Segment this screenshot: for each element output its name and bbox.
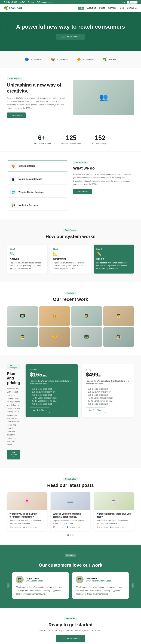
blog-author-3: 👤 By John Smith	[110, 526, 124, 528]
hero-cta-button[interactable]: Let's Talk Business >	[56, 34, 85, 40]
nav-contact[interactable]: Contact Us	[127, 7, 138, 10]
portfolio-item-6[interactable]: 🤝	[39, 327, 70, 347]
pricing-yearly-button[interactable]: Get This Plan >	[86, 408, 106, 413]
blog-dot-1[interactable]	[67, 534, 69, 536]
portfolio-title: Our recent work	[7, 297, 134, 302]
hero-title: A powerful new way to reach consumers	[16, 23, 125, 30]
author-info-1: Paige Turner UX/UI Graphic Design	[26, 577, 43, 582]
step-title-1: Analysis	[10, 258, 45, 260]
author-avatar-1: 👩	[16, 576, 24, 584]
blog-card-3[interactable]: ☕ What development tools have you used? …	[94, 492, 134, 531]
service-item-branding[interactable]: 🎨 Branding Design	[7, 160, 68, 172]
service-icon-website: 🌐	[10, 189, 16, 195]
pricing-feature-m3: 3. It is a long established	[30, 394, 74, 396]
portfolio-item-1[interactable]: 👩‍💻	[7, 306, 38, 326]
service-item-website[interactable]: 🌐 Website Design Services	[7, 187, 68, 198]
portfolio-img-8: 👩‍🔬	[103, 327, 134, 347]
portfolio-item-5[interactable]: 👩‍💼	[7, 327, 38, 347]
service-icon-marketing: 📢	[10, 202, 16, 208]
pricing-monthly-button[interactable]: Get This Plan >	[30, 408, 50, 413]
step-icon-2: 📐	[53, 252, 88, 256]
about-description: Replaced this With content and detail bl…	[7, 96, 68, 110]
pricing-intro-title: Plan and pricing	[7, 371, 20, 385]
step-title-3: Design	[96, 258, 131, 260]
logo-text: LeanStart	[9, 6, 22, 10]
testimonials-grid: 👩 Paige Turner UX/UI Graphic Design Simp…	[12, 572, 129, 599]
pricing-feature-y2: 2. It has survived not only five	[86, 390, 130, 394]
step-card-analysis: Step 1 🔍 Analysis Replaced this With con…	[7, 244, 47, 274]
testimonial-text-1: Simply dummy text of the printing and ty…	[16, 586, 65, 596]
blog-dot-3[interactable]	[72, 534, 74, 536]
blog-meta-2: ⏰ 2 hours ago 👤 By John Smith	[53, 526, 88, 528]
blog-time-1: ⏰ 2 hours ago	[9, 526, 21, 528]
logo-name-2: COMPANY	[57, 58, 69, 61]
testimonial-author-1: 👩 Paige Turner UX/UI Graphic Design	[16, 576, 65, 584]
cta-button[interactable]: Let's Talk Business >	[56, 635, 85, 642]
blog-pagination-dots	[7, 534, 134, 536]
service-item-marketing[interactable]: 📢 Marketing Services	[7, 200, 68, 211]
author-name-1: Paige Turner	[26, 577, 43, 580]
nav-logo: 🌿 LeanStart	[3, 6, 22, 10]
about-title: Unleashing a new way of creativity.	[7, 82, 68, 94]
service-icon-branding: 🎨	[10, 163, 16, 169]
stat-employees-number: 125	[61, 134, 81, 142]
blog-title: Read our latest posts	[7, 482, 134, 488]
portfolio-item-7[interactable]: 👨‍🏫	[71, 327, 102, 347]
portfolio-item-3[interactable]: 👩‍🎨	[71, 306, 102, 326]
pricing-feature-y1: 1. It is a long established	[86, 388, 130, 390]
testimonials-next-button[interactable]: ›	[132, 583, 134, 588]
testimonials-title: Our customers love our work	[7, 562, 134, 568]
logo-icon: 🌿	[3, 6, 8, 10]
blog-content-2: What do you do to maintain technical cer…	[51, 510, 91, 531]
pricing-tag: Our Packages	[7, 364, 20, 369]
services-get-started-button[interactable]: Get Started >	[73, 189, 92, 194]
testimonials-prev-button[interactable]: ‹	[7, 583, 9, 588]
portfolio-img-1: 👩‍💻	[7, 306, 38, 326]
blog-dot-2[interactable]	[70, 534, 71, 536]
pricing-feature-m6: 6. It is a long established	[30, 402, 74, 406]
portfolio-item-2[interactable]: 🧑‍🤝‍🧑	[39, 306, 70, 326]
author-info-2: AnkurMull UX/UX Designer Graphic Design	[86, 577, 111, 582]
nav-pages[interactable]: Pages	[99, 7, 105, 10]
blog-content-1: What do you do to maintain technical cer…	[7, 510, 47, 531]
logo-name-4: BRAND	[109, 58, 117, 61]
pricing-card-yearly: Yearly $499/yr Replaced this With conten…	[82, 364, 134, 417]
pricing-desc-monthly: Replaced this With content and detail bl…	[30, 380, 74, 385]
service-item-mobile[interactable]: 📱 Mobile Design Services	[7, 174, 68, 184]
step-label-1: Step 1	[10, 248, 45, 250]
pricing-intro-button[interactable]: Get Started >	[7, 450, 20, 460]
nav-blog[interactable]: Blog	[120, 7, 124, 10]
step-desc-1: Replaced this With content and blended s…	[10, 262, 45, 270]
nav-home[interactable]: Home	[78, 7, 84, 10]
nav-links: Home About Us Pages Services Blog Contac…	[78, 7, 138, 10]
portfolio-img-5: 👩‍💼	[7, 327, 38, 347]
about-learn-more-button[interactable]: Learn More >	[7, 112, 26, 118]
register-button[interactable]: Register	[127, 1, 138, 4]
blog-card-2[interactable]: ⌨️ What do you do to maintain technical …	[51, 492, 91, 531]
nav-services[interactable]: Services	[108, 7, 117, 10]
logo-name-1: COMPANY	[31, 58, 42, 61]
portfolio-img-3: 👩‍🎨	[71, 306, 102, 326]
portfolio-item-8[interactable]: 👩‍🔬	[103, 327, 134, 347]
blog-time-3: ⏰ 2 hours ago	[96, 526, 108, 528]
blog-desc-1: Replaced this With content and blended s…	[9, 519, 45, 525]
service-icon-mobile: 📱	[10, 176, 16, 182]
logo-company-1: 🔵 COMPANY	[24, 56, 42, 62]
logo-brand: 🌿 BRAND	[102, 56, 117, 62]
pricing-price-monthly: $165/mo	[30, 371, 74, 378]
stat-employees: 125 Number Of Employees	[61, 134, 81, 144]
login-link[interactable]: Log In	[120, 1, 125, 3]
blog-content-3: What development tools have you used? Re…	[94, 510, 134, 531]
blog-card-1[interactable]: 🌸 What do you do to maintain technical c…	[7, 492, 47, 531]
logo-icon-4: 🌿	[102, 56, 108, 62]
portfolio-item-4[interactable]: 👨‍💼	[103, 306, 134, 326]
services-title: What we do	[73, 166, 134, 170]
portfolio-img-7: 👨‍🏫	[71, 327, 102, 347]
step-label-2: Step 2	[53, 248, 88, 250]
portfolio-img-6: 🤝	[39, 327, 70, 347]
services-content: Our Services What we do Replaced this Wi…	[73, 160, 134, 211]
nav-about[interactable]: About Us	[87, 7, 96, 10]
pricing-feature-y6: 6. It is a long established	[86, 402, 130, 406]
pricing-section: Our Packages Plan and pricing Replaced t…	[0, 356, 141, 468]
support-text: Support: info@company.com	[28, 1, 52, 3]
